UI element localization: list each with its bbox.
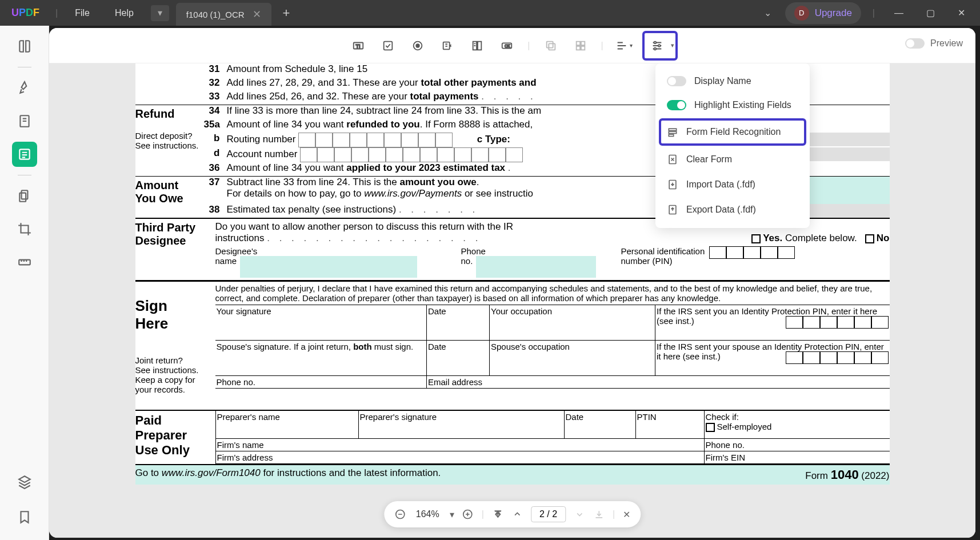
edit-page-icon[interactable]: [12, 109, 37, 134]
line-text: Account number: [227, 147, 713, 162]
close-navigator-button[interactable]: ✕: [623, 509, 630, 520]
third-party-question: Do you want to allow another person to d…: [215, 221, 514, 232]
svg-text:OK: OK: [505, 43, 511, 47]
zoom-out-button[interactable]: [394, 509, 406, 520]
perjury-statement: Under penalties of perjury, I declare th…: [215, 282, 890, 305]
close-window-button[interactable]: ✕: [950, 7, 973, 18]
refund-label: Refund Direct deposit? See instructions.: [135, 105, 204, 176]
listbox-tool-icon[interactable]: [466, 34, 489, 57]
help-menu[interactable]: Help: [102, 8, 146, 18]
svg-rect-18: [581, 41, 584, 45]
next-page-button[interactable]: [574, 509, 585, 520]
line-text: If line 33 is more than line 24, subtrac…: [227, 105, 713, 117]
preview-toggle[interactable]: Preview: [905, 38, 963, 49]
dropdown-tool-icon[interactable]: [436, 34, 459, 57]
page-number-input[interactable]: 2 / 2: [531, 506, 566, 522]
button-tool-icon[interactable]: OK: [495, 34, 518, 57]
preview-switch[interactable]: [905, 38, 925, 49]
align-tool-icon[interactable]: ▾: [613, 34, 635, 57]
line-number: 34: [204, 105, 227, 117]
svg-rect-7: [384, 41, 393, 50]
self-employed-checkbox[interactable]: [706, 423, 715, 432]
pin-field[interactable]: [709, 246, 795, 278]
line-number: 38: [204, 204, 227, 215]
document-tab[interactable]: f1040 (1)_OCR ✕: [176, 3, 271, 26]
import-data-button[interactable]: Import Data (.fdf): [655, 172, 810, 197]
radio-tool-icon[interactable]: [406, 34, 429, 57]
new-tab-button[interactable]: +: [271, 6, 302, 21]
measure-icon[interactable]: [12, 250, 37, 275]
paid-preparer-label: Paid Preparer Use Only: [135, 411, 215, 464]
maximize-button[interactable]: ▢: [918, 7, 943, 18]
line-text: Amount of line 34 you want applied to yo…: [227, 162, 713, 174]
app-logo: UPDF: [0, 7, 51, 19]
tab-dropdown[interactable]: ▾: [151, 5, 169, 21]
clear-form-button[interactable]: Clear Form: [655, 147, 810, 172]
account-number-field[interactable]: [300, 147, 523, 162]
line-number: 37: [204, 177, 227, 188]
svg-text:TI: TI: [356, 43, 361, 49]
line-text: Amount of line 34 you want refunded to y…: [227, 119, 713, 130]
designee-name-field[interactable]: [240, 256, 417, 278]
form-toolbar: TI OK | | ▾ ▾: [49, 28, 975, 63]
svg-point-22: [658, 45, 660, 47]
minimize-button[interactable]: ―: [886, 8, 911, 18]
document-viewport[interactable]: 31 Amount from Schedule 3, line 15 32 Ad…: [49, 63, 975, 538]
divider: |: [51, 8, 62, 18]
copy-tool-icon[interactable]: [539, 34, 562, 57]
yes-checkbox[interactable]: [751, 234, 761, 243]
line-number: 32: [204, 77, 227, 89]
crop-icon[interactable]: [12, 217, 37, 242]
content-area: TI OK | | ▾ ▾ Preview: [49, 28, 975, 538]
highlighter-icon[interactable]: [12, 75, 37, 101]
avatar: D: [794, 6, 809, 21]
svg-rect-17: [576, 41, 579, 45]
svg-point-21: [654, 41, 656, 43]
svg-rect-19: [576, 46, 579, 49]
line-number: b: [204, 133, 227, 144]
pages-icon[interactable]: [12, 183, 37, 209]
display-name-toggle[interactable]: Display Name: [655, 69, 810, 93]
zoom-in-button[interactable]: [462, 509, 474, 520]
upgrade-button[interactable]: D Upgrade: [785, 2, 861, 24]
identity-pin-field[interactable]: [786, 316, 889, 329]
routing-number-field[interactable]: [298, 133, 453, 147]
no-checkbox[interactable]: [865, 234, 874, 243]
svg-rect-2: [21, 190, 27, 199]
designee-phone-field[interactable]: [476, 256, 596, 278]
prev-page-button[interactable]: [511, 509, 523, 520]
spouse-pin-field[interactable]: [786, 351, 889, 364]
preview-label: Preview: [930, 38, 963, 49]
chevron-down-icon[interactable]: ⌄: [757, 7, 778, 18]
line-number: 31: [204, 63, 227, 75]
svg-rect-3: [19, 193, 26, 202]
sign-here-label: Sign Here: [135, 297, 169, 332]
line-text: Amount from Schedule 3, line 15: [227, 63, 713, 75]
zoom-level: 164%: [414, 509, 442, 519]
last-page-button[interactable]: [593, 509, 605, 520]
reader-mode-icon[interactable]: [12, 34, 37, 59]
first-page-button[interactable]: [492, 509, 503, 520]
form-settings-button[interactable]: ▾: [642, 31, 678, 61]
zoom-dropdown-icon[interactable]: ▾: [450, 509, 454, 520]
form-mode-icon[interactable]: [12, 142, 37, 167]
file-menu[interactable]: File: [62, 8, 102, 18]
separator: |: [525, 41, 532, 51]
highlight-fields-toggle[interactable]: Highlight Existing Fields: [655, 93, 810, 117]
checkbox-tool-icon[interactable]: [377, 34, 399, 57]
divider: |: [868, 8, 879, 18]
text-field-tool-icon[interactable]: TI: [347, 34, 370, 57]
svg-point-23: [654, 47, 656, 50]
line-number: 35a: [204, 119, 227, 130]
layers-icon[interactable]: [12, 469, 37, 494]
titlebar: UPDF | File Help ▾ f1040 (1)_OCR ✕ + ⌄ D…: [0, 0, 980, 26]
form-settings-dropdown: Display Name Highlight Existing Fields F…: [655, 63, 810, 228]
close-tab-icon[interactable]: ✕: [253, 8, 261, 21]
form-field-recognition-button[interactable]: Form Field Recognition: [659, 118, 806, 146]
svg-rect-20: [581, 46, 584, 49]
tab-title: f1040 (1)_OCR: [186, 10, 245, 19]
bookmark-icon[interactable]: [12, 505, 37, 530]
export-data-button[interactable]: Export Data (.fdf): [655, 197, 810, 222]
svg-rect-24: [669, 129, 676, 130]
grid-tool-icon[interactable]: [569, 34, 592, 57]
